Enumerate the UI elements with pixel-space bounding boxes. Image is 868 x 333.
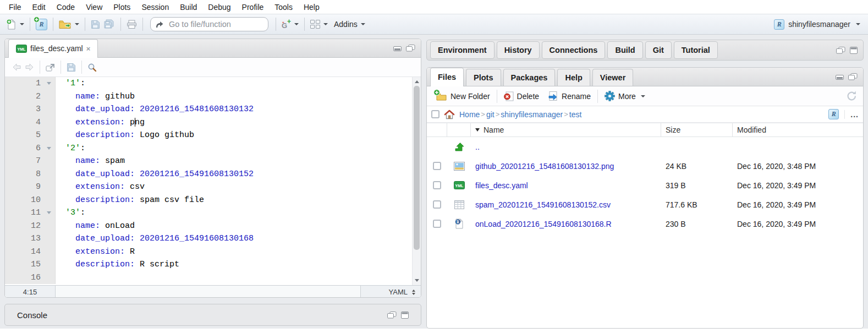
line-number: 6	[5, 142, 56, 155]
tab-files[interactable]: Files	[430, 68, 464, 86]
rename-icon	[548, 91, 558, 101]
delete-button[interactable]: Delete	[499, 90, 543, 103]
forward-button[interactable]	[23, 62, 36, 72]
restore-pane-icon[interactable]	[387, 312, 397, 319]
save-document-button[interactable]	[65, 62, 78, 73]
find-replace-button[interactable]	[86, 62, 98, 73]
chevron-down-icon	[294, 23, 299, 25]
breadcrumb-test[interactable]: test	[569, 110, 582, 119]
delete-icon	[504, 91, 514, 101]
tab-tutorial[interactable]: Tutorial	[674, 41, 718, 59]
restore-pane-icon[interactable]	[848, 73, 858, 80]
file-checkbox[interactable]	[433, 200, 441, 209]
chevron-down-icon	[75, 23, 79, 25]
tab-viewer[interactable]: Viewer	[592, 69, 634, 86]
column-header-size[interactable]: Size	[661, 123, 733, 137]
column-header-name[interactable]: Name	[471, 123, 661, 137]
rename-label: Rename	[562, 92, 591, 101]
menu-code[interactable]: Code	[51, 3, 80, 12]
refresh-button[interactable]	[846, 90, 858, 102]
fold-arrow-icon[interactable]	[47, 211, 51, 214]
fold-arrow-icon[interactable]	[47, 82, 51, 85]
home-icon[interactable]	[444, 110, 455, 119]
file-link[interactable]: github_20201216_15481608130132.png	[471, 162, 661, 171]
scroll-up-icon[interactable]	[415, 80, 419, 83]
menu-debug[interactable]: Debug	[202, 3, 236, 12]
save-all-button[interactable]	[102, 18, 117, 30]
workspace-panes-button[interactable]	[309, 19, 329, 30]
file-checkbox[interactable]	[433, 181, 441, 189]
r-project-icon[interactable]: R	[828, 109, 839, 119]
save-all-icon	[103, 19, 115, 29]
new-file-button[interactable]	[4, 18, 26, 31]
file-link[interactable]: spam_20201216_15491608130152.csv	[471, 200, 661, 209]
maximize-pane-icon[interactable]	[401, 312, 409, 319]
tab-git[interactable]: Git	[645, 41, 672, 59]
breadcrumb-shinyfilesmanager[interactable]: shinyfilesmanager	[501, 110, 563, 119]
close-tab-icon[interactable]: ×	[86, 40, 91, 58]
restore-pane-icon[interactable]	[406, 45, 415, 52]
tab-environment[interactable]: Environment	[430, 41, 495, 59]
tab-help[interactable]: Help	[557, 69, 590, 86]
tab-packages[interactable]: Packages	[503, 69, 556, 86]
project-selector[interactable]: R shinyfilesmanager	[774, 19, 864, 30]
menu-tools[interactable]: Tools	[269, 3, 298, 12]
addins-button[interactable]: Addins	[329, 19, 367, 30]
maximize-pane-icon[interactable]	[850, 47, 858, 54]
new-project-button[interactable]: R	[34, 18, 49, 31]
goto-file-input[interactable]	[168, 19, 258, 29]
version-control-button[interactable]: -+G	[280, 18, 300, 31]
rename-button[interactable]: Rename	[543, 90, 595, 102]
editor-scrollbar[interactable]	[412, 77, 421, 285]
addins-label: Addins	[334, 20, 358, 29]
file-checkbox[interactable]	[433, 220, 441, 228]
menu-view[interactable]: View	[80, 3, 108, 12]
tab-connections[interactable]: Connections	[542, 41, 606, 59]
svg-text:R: R	[457, 220, 460, 225]
new-folder-button[interactable]: New Folder	[431, 90, 495, 102]
minimize-pane-icon[interactable]	[836, 74, 844, 80]
menu-edit[interactable]: Edit	[27, 3, 51, 12]
more-label: More	[618, 92, 636, 101]
menu-profile[interactable]: Profile	[237, 3, 270, 12]
show-in-new-window-button[interactable]	[44, 62, 57, 73]
window-bottom-strip	[0, 329, 868, 333]
save-button[interactable]	[89, 19, 102, 30]
column-header-modified[interactable]: Modified	[733, 123, 863, 137]
up-directory-icon[interactable]	[447, 142, 471, 151]
menu-plots[interactable]: Plots	[108, 3, 136, 12]
code-editor[interactable]: 1 '1': 2 name: github 3 date_upload: 202…	[5, 77, 421, 285]
menu-session[interactable]: Session	[136, 3, 174, 12]
minimize-pane-icon[interactable]	[393, 45, 402, 51]
tab-plots[interactable]: Plots	[466, 69, 501, 86]
scrollbar-thumb[interactable]	[414, 86, 420, 250]
menu-build[interactable]: Build	[174, 3, 202, 12]
file-link[interactable]: files_desc.yaml	[471, 181, 661, 190]
yaml-file-icon: YML	[447, 181, 471, 189]
up-directory-link[interactable]: ..	[471, 143, 661, 151]
open-file-button[interactable]	[57, 19, 81, 30]
file-link[interactable]: onLoad_20201216_15491608130168.R	[471, 220, 661, 228]
tab-files-desc-yaml[interactable]: YML files_desc.yaml ×	[8, 39, 98, 58]
more-button[interactable]: More	[600, 89, 650, 103]
tab-title: files_desc.yaml	[30, 40, 83, 58]
tab-build[interactable]: Build	[607, 41, 642, 59]
file-checkbox[interactable]	[433, 162, 441, 170]
language-selector[interactable]: YAML	[360, 286, 421, 298]
select-all-checkbox[interactable]	[431, 110, 440, 118]
goto-file-search[interactable]	[150, 17, 268, 31]
menu-file[interactable]: File	[3, 3, 27, 12]
breadcrumb-git[interactable]: git	[486, 110, 495, 119]
path-ellipsis-button[interactable]: ...	[844, 110, 859, 119]
breadcrumb-home[interactable]: Home	[459, 110, 480, 119]
file-row: spam_20201216_15491608130152.csv 717.6 K…	[427, 195, 863, 214]
print-button[interactable]	[125, 19, 139, 30]
tab-history[interactable]: History	[497, 41, 540, 59]
scroll-down-icon[interactable]	[415, 279, 419, 282]
line-number: 5	[5, 129, 56, 142]
back-button[interactable]	[10, 62, 23, 72]
menu-help[interactable]: Help	[298, 3, 325, 12]
sort-descending-icon	[475, 128, 480, 132]
restore-pane-icon[interactable]	[836, 47, 845, 54]
fold-arrow-icon[interactable]	[47, 147, 51, 150]
